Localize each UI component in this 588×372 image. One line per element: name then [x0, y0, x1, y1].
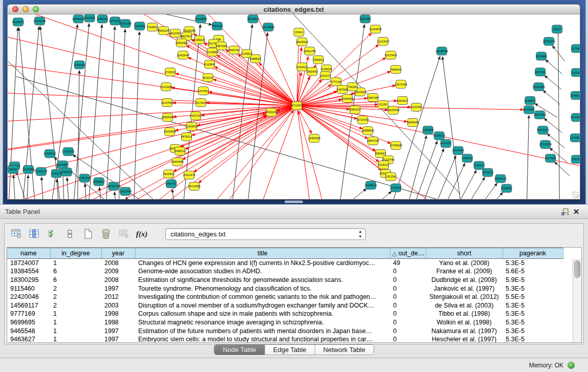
- black-edge[interactable]: [67, 178, 70, 200]
- table-select-combobox[interactable]: citations_edges.txt ▲▼: [165, 228, 366, 240]
- graph-node[interactable]: 2718120: [165, 68, 176, 76]
- table-cell[interactable]: 5.3E-5: [503, 301, 563, 310]
- black-edge[interactable]: [358, 191, 391, 200]
- graph-node[interactable]: 7857224: [212, 22, 223, 30]
- graph-node[interactable]: 12156889: [22, 165, 34, 173]
- graph-node[interactable]: 14138141: [364, 181, 377, 189]
- graph-node[interactable]: 8878314: [181, 133, 192, 141]
- graph-node[interactable]: 16035571: [12, 18, 24, 26]
- graph-node[interactable]: 15218596: [262, 23, 274, 31]
- graph-node[interactable]: 8938923: [434, 132, 445, 140]
- table-cell[interactable]: 1: [50, 310, 101, 318]
- close-window-icon[interactable]: [12, 6, 18, 12]
- table-cell[interactable]: 19384554: [7, 267, 50, 276]
- table-cell[interactable]: 5.5E-5: [503, 293, 563, 301]
- table-cell[interactable]: 0: [390, 301, 426, 310]
- rows-icon[interactable]: [64, 228, 76, 239]
- table-cell[interactable]: Nakamura et al. (1997): [426, 326, 503, 335]
- graph-node[interactable]: 9115460: [411, 103, 422, 112]
- new-document-icon[interactable]: [82, 228, 94, 239]
- table-row[interactable]: 1456911722003Disruption of a novel membe…: [7, 301, 563, 310]
- function-icon[interactable]: f(x): [136, 228, 147, 239]
- table-cell[interactable]: 5.6E-5: [503, 267, 563, 276]
- graph-node[interactable]: 2935114: [462, 154, 473, 162]
- table-cell[interactable]: 9115460: [7, 284, 50, 293]
- table-cell[interactable]: Hescheler et al. (1997): [426, 335, 503, 343]
- graph-node[interactable]: 12103604: [570, 113, 580, 121]
- graph-node[interactable]: 16154808: [369, 25, 381, 33]
- graph-node[interactable]: 1621072: [320, 72, 331, 80]
- graph-node[interactable]: 10655287: [72, 15, 84, 23]
- graph-node[interactable]: 15909488: [171, 158, 183, 166]
- graph-node[interactable]: 16543382: [175, 39, 187, 47]
- table-cell[interactable]: 22420046: [7, 293, 50, 301]
- graph-node[interactable]: 1244415: [525, 97, 535, 105]
- table-cell[interactable]: 0: [390, 276, 426, 285]
- row-checks-icon[interactable]: [47, 228, 58, 239]
- column-header-title[interactable]: title: [135, 248, 390, 259]
- graph-node[interactable]: 9463627: [397, 97, 408, 105]
- table-cell[interactable]: 2009: [101, 267, 135, 276]
- graph-node[interactable]: 7632621: [473, 161, 484, 169]
- black-edge[interactable]: [57, 179, 59, 200]
- table-cell[interactable]: 2003: [101, 301, 135, 310]
- column-header-out_de[interactable]: △ out_de…: [390, 248, 426, 259]
- black-edge[interactable]: [546, 60, 562, 74]
- graph-node[interactable]: 2087682: [360, 15, 371, 23]
- black-edge[interactable]: [105, 27, 115, 200]
- graph-node[interactable]: 7625402: [163, 170, 174, 178]
- graph-node[interactable]: 17359926: [62, 147, 74, 156]
- graph-node[interactable]: 9699695: [407, 118, 418, 126]
- float-panel-icon[interactable]: [559, 207, 571, 217]
- graph-node[interactable]: 8912954: [170, 29, 181, 37]
- network-view-window[interactable]: citations_edges.txt 18724007183002957163…: [7, 4, 580, 200]
- table-cell[interactable]: 2: [50, 301, 101, 310]
- graph-node[interactable]: 8186328: [194, 36, 205, 44]
- table-cell[interactable]: 6: [50, 267, 101, 276]
- graph-node[interactable]: 9498222: [175, 147, 185, 155]
- graph-node[interactable]: 12342737: [35, 167, 47, 176]
- table-cell[interactable]: 0: [390, 293, 426, 301]
- graph-node[interactable]: 25419: [294, 28, 304, 36]
- red-edge[interactable]: [199, 106, 297, 183]
- black-edge[interactable]: [558, 31, 560, 200]
- graph-node[interactable]: 6479197: [441, 139, 451, 147]
- graph-node[interactable]: 10688809: [361, 126, 374, 135]
- column-header-year[interactable]: year: [101, 248, 135, 259]
- table-cell[interactable]: 5.3E-5: [503, 259, 563, 268]
- graph-node[interactable]: 17957225: [78, 174, 91, 182]
- table-cell[interactable]: 9699695: [7, 318, 50, 327]
- graph-node[interactable]: 9242845: [204, 60, 215, 69]
- table-cell[interactable]: 1997: [101, 326, 135, 335]
- network-window-titlebar[interactable]: citations_edges.txt: [7, 4, 580, 14]
- table-cell[interactable]: 5.3E-5: [503, 310, 563, 318]
- graph-node[interactable]: 2905334: [74, 61, 85, 69]
- scrollbar-thumb[interactable]: [574, 260, 580, 278]
- table-cell[interactable]: 1998: [101, 310, 135, 318]
- graph-node[interactable]: 1640954: [423, 126, 433, 134]
- graph-node[interactable]: 252254: [386, 172, 396, 181]
- table-cell[interactable]: Changes of HCN gene expression and I(f) …: [135, 259, 390, 268]
- graph-node[interactable]: 1615132: [378, 161, 389, 169]
- graph-node[interactable]: 12213967: [377, 37, 389, 46]
- table-cell[interactable]: 5.3E-5: [503, 284, 563, 293]
- tab-edge-table[interactable]: Edge Table: [265, 345, 315, 355]
- column-header-short[interactable]: short: [426, 248, 503, 259]
- table-cell[interactable]: Wolkin et al. (1998): [426, 318, 503, 327]
- black-edge[interactable]: [328, 189, 366, 200]
- graph-node[interactable]: 8454749: [229, 46, 239, 54]
- tab-network-table[interactable]: Network Table: [315, 345, 374, 355]
- table-cell[interactable]: 14569117: [7, 301, 50, 310]
- graph-node[interactable]: 20206515: [43, 149, 56, 158]
- graph-node[interactable]: 1527602: [84, 14, 95, 22]
- table-cell[interactable]: 1997: [101, 335, 135, 343]
- table-cell[interactable]: 0: [390, 318, 426, 327]
- red-edge[interactable]: [168, 33, 297, 105]
- graph-node[interactable]: 16720407: [356, 116, 368, 124]
- graph-node[interactable]: 12923468: [119, 187, 132, 195]
- graph-node[interactable]: 3267130: [190, 112, 201, 120]
- table-cell[interactable]: 0: [390, 335, 426, 343]
- tab-node-table[interactable]: Node Table: [214, 345, 265, 355]
- table-cell[interactable]: 5.9E-5: [503, 276, 563, 285]
- graph-node[interactable]: 9990443: [307, 68, 317, 76]
